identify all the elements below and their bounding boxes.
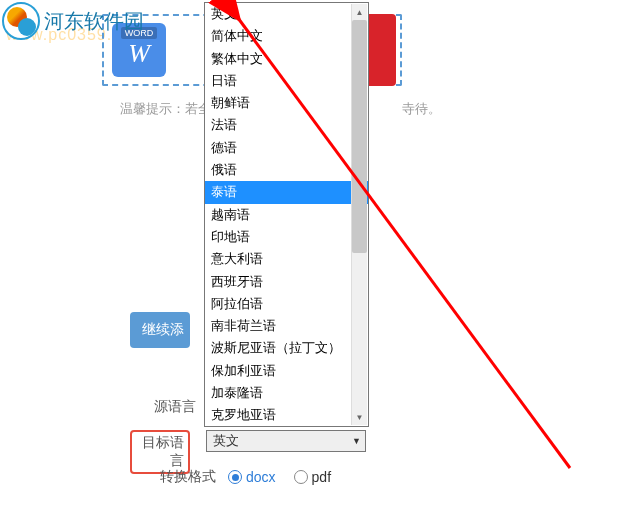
dropdown-scrollbar[interactable]: ▲ ▼ [351,4,367,425]
scroll-thumb[interactable] [352,20,367,253]
target-language-select[interactable]: 英文 [206,430,366,452]
source-language-row: 源语言 [136,398,208,416]
dropdown-item[interactable]: 法语 [205,114,368,136]
dropdown-item[interactable]: 英文 [205,3,368,25]
site-name: 河东软件园 [44,8,144,35]
dropdown-item[interactable]: 印地语 [205,226,368,248]
format-pdf-text: pdf [312,469,331,485]
select-value: 英文 [213,432,239,450]
format-radio-group: docx pdf [228,469,331,485]
dropdown-item[interactable]: 西班牙语 [205,271,368,293]
dropdown-item[interactable]: 阿拉伯语 [205,293,368,315]
dropdown-item[interactable]: 保加利亚语 [205,360,368,382]
source-language-label: 源语言 [136,398,196,416]
word-letter: W [128,39,150,69]
hint-text-tail: 寺待。 [402,100,441,118]
format-docx-text: docx [246,469,276,485]
dropdown-item[interactable]: 泰语 [205,181,368,203]
dropdown-item[interactable]: 波斯尼亚语（拉丁文） [205,337,368,359]
continue-label: 继续添 [142,321,184,339]
site-logo-icon [2,2,40,40]
file-remove-icon[interactable] [368,14,396,86]
dropdown-item[interactable]: 俄语 [205,159,368,181]
format-docx-radio[interactable]: docx [228,469,276,485]
dropdown-item[interactable]: 克罗地亚语 [205,404,368,426]
dropdown-item[interactable]: 朝鲜语 [205,92,368,114]
dropdown-item[interactable]: 越南语 [205,204,368,226]
format-pdf-radio[interactable]: pdf [294,469,331,485]
dropdown-item[interactable]: 日语 [205,70,368,92]
dropdown-item[interactable]: 加泰隆语 [205,382,368,404]
dropdown-item[interactable]: 简体中文 [205,25,368,47]
continue-add-button[interactable]: 继续添 [130,312,190,348]
radio-icon [228,470,242,484]
scroll-up-icon[interactable]: ▲ [352,4,367,20]
dropdown-item[interactable]: 德语 [205,137,368,159]
dropdown-item[interactable]: 南非荷兰语 [205,315,368,337]
dropdown-item[interactable]: 繁体中文 [205,48,368,70]
site-watermark: 河东软件园 [2,2,144,40]
dropdown-list: 英文简体中文繁体中文日语朝鲜语法语德语俄语泰语越南语印地语意大利语西班牙语阿拉伯… [205,3,368,426]
dropdown-item[interactable]: 意大利语 [205,248,368,270]
radio-icon [294,470,308,484]
format-label: 转换格式 [150,468,216,486]
format-row: 转换格式 docx pdf [150,468,331,486]
scroll-track[interactable] [352,20,367,409]
language-dropdown[interactable]: 英文简体中文繁体中文日语朝鲜语法语德语俄语泰语越南语印地语意大利语西班牙语阿拉伯… [204,2,369,427]
scroll-down-icon[interactable]: ▼ [352,409,367,425]
